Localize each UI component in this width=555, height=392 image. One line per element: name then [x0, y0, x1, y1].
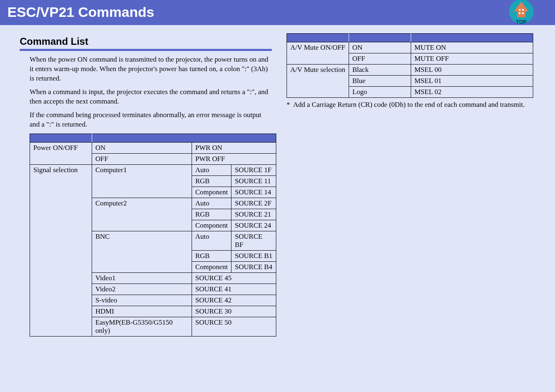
footnote-star: * [287, 100, 293, 110]
table-row: A/V Mute selection Black MSEL 00 [287, 65, 533, 76]
intro-paragraph-2: When a command is input, the projector e… [30, 88, 272, 106]
section-rule [20, 49, 272, 51]
table-row: Power ON/OFF ON PWR ON [30, 142, 276, 153]
intro-paragraph-1: When the power ON command is transmitted… [30, 55, 272, 83]
intro-paragraph-3: If the command being processed terminate… [30, 111, 272, 129]
footnote-text: Add a Carriage Return (CR) code (0Dh) to… [293, 100, 539, 110]
section-heading: Command List [20, 36, 272, 47]
command-table-left: Power ON/OFF ON PWR ON OFF PWR OFF Signa… [30, 134, 276, 337]
command-table-right: A/V Mute ON/OFF ON MUTE ON OFFMUTE OFF A… [287, 33, 533, 98]
top-icon[interactable]: TOP [508, 0, 534, 25]
svg-rect-2 [519, 9, 520, 11]
svg-rect-4 [519, 12, 520, 14]
svg-rect-5 [522, 12, 524, 14]
table-row: Signal selection Computer1 Auto SOURCE 1… [30, 164, 276, 175]
table-row: A/V Mute ON/OFF ON MUTE ON [287, 42, 533, 53]
footnote: * Add a Carriage Return (CR) code (0Dh) … [287, 100, 539, 110]
svg-rect-3 [522, 9, 524, 11]
top-icon-label: TOP [516, 19, 527, 25]
page-title: ESC/VP21 Commands [0, 0, 555, 25]
